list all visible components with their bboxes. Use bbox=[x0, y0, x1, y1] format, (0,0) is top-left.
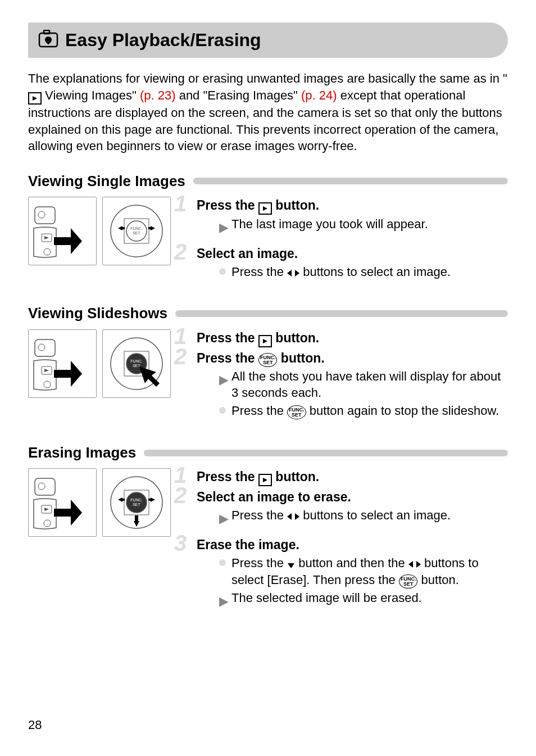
svg-marker-58 bbox=[134, 521, 139, 527]
result-marker-icon: ▶ bbox=[219, 372, 229, 388]
svg-text:SET: SET bbox=[133, 231, 140, 235]
step-body: ▶Press the buttons to select an image. bbox=[197, 507, 508, 524]
step-number: 2 bbox=[174, 484, 187, 506]
svg-point-44 bbox=[44, 520, 51, 527]
svg-rect-57 bbox=[148, 499, 152, 501]
page-title-bar: Easy Playback/Erasing bbox=[28, 22, 508, 58]
page-ref-link[interactable]: (p. 23) bbox=[140, 88, 176, 102]
action-item: Press the FUNC.SET button again to stop … bbox=[219, 402, 508, 419]
svg-marker-65 bbox=[416, 561, 421, 568]
step-body: ▶All the shots you have taken will displ… bbox=[197, 368, 508, 419]
step-body: Press the button and then the buttons to… bbox=[197, 555, 508, 606]
svg-marker-22 bbox=[287, 270, 292, 277]
svg-marker-61 bbox=[287, 513, 292, 520]
result-marker-icon: ▶ bbox=[219, 510, 229, 527]
page-ref-link[interactable]: (p. 24) bbox=[301, 88, 337, 102]
svg-marker-6 bbox=[44, 236, 49, 239]
steps-list: 1 Press the button. 2 Press the FUNC.SET… bbox=[178, 329, 508, 432]
step-title: Press the button. bbox=[197, 197, 508, 215]
control-wheel-diagram: FUNC. SET bbox=[102, 197, 171, 265]
section-body-erasing: FUNC. SET 1 Press the button. 2 bbox=[28, 468, 508, 618]
page-title: Easy Playback/Erasing bbox=[65, 28, 261, 52]
svg-marker-23 bbox=[295, 270, 299, 277]
playback-icon bbox=[28, 92, 42, 105]
intro-paragraph: The explanations for viewing or erasing … bbox=[28, 70, 508, 155]
svg-marker-63 bbox=[288, 563, 294, 568]
step-title: Erase the image. bbox=[197, 536, 508, 554]
svg-rect-19 bbox=[121, 227, 125, 229]
func-set-icon: FUNC.SET bbox=[287, 405, 306, 419]
svg-marker-60 bbox=[263, 478, 267, 482]
diagram-group: FUNC. SET bbox=[28, 468, 171, 537]
left-right-arrow-icon bbox=[287, 508, 299, 522]
step-number: 1 bbox=[174, 192, 187, 215]
step-number: 2 bbox=[174, 241, 187, 263]
svg-marker-21 bbox=[263, 206, 267, 211]
step: 2 Select an image. Press the buttons to … bbox=[178, 245, 508, 280]
easy-mode-icon bbox=[38, 30, 58, 51]
svg-text:SET: SET bbox=[133, 503, 140, 506]
svg-point-4 bbox=[38, 211, 45, 218]
result-item: ▶All the shots you have taken will displ… bbox=[219, 368, 508, 401]
svg-marker-2 bbox=[33, 96, 37, 101]
result-item: ▶Press the buttons to select an image. bbox=[219, 507, 508, 524]
steps-list: 1 Press the button. ▶The last image you … bbox=[178, 197, 508, 292]
section-body-single: FUNC. SET 1 Press the button. ▶The last … bbox=[28, 197, 508, 292]
camera-back-diagram bbox=[28, 329, 97, 398]
result-marker-icon: ▶ bbox=[219, 593, 229, 610]
section-heading-slideshows: Viewing Slideshows bbox=[28, 304, 508, 323]
svg-point-28 bbox=[44, 381, 51, 388]
section-heading-single: Viewing Single Images bbox=[28, 171, 508, 191]
svg-rect-20 bbox=[148, 227, 152, 229]
svg-text:FUNC.: FUNC. bbox=[130, 359, 142, 363]
svg-text:FUNC.: FUNC. bbox=[130, 498, 142, 502]
svg-marker-45 bbox=[54, 500, 82, 526]
svg-point-41 bbox=[38, 483, 45, 490]
svg-marker-39 bbox=[263, 339, 267, 343]
steps-list: 1 Press the button. 2 Select an image to… bbox=[178, 468, 508, 618]
step: 1 Press the button. ▶The last image you … bbox=[178, 197, 508, 233]
result-item: ▶The last image you took will appear. bbox=[219, 216, 508, 233]
diagram-group: FUNC. SET bbox=[28, 197, 171, 265]
diagram-group: FUNC. SET bbox=[28, 329, 171, 398]
svg-marker-64 bbox=[408, 561, 413, 568]
action-item: Press the buttons to select an image. bbox=[219, 264, 508, 280]
left-right-arrow-icon bbox=[287, 265, 299, 279]
step-title: Press the button. bbox=[197, 329, 508, 347]
svg-marker-43 bbox=[44, 508, 49, 511]
step-title: Press the FUNC.SET button. bbox=[197, 350, 508, 367]
intro-text: and "Erasing Images" bbox=[176, 88, 302, 102]
section-title: Erasing Images bbox=[28, 443, 136, 463]
left-right-arrow-icon bbox=[408, 556, 421, 570]
section-title: Viewing Single Images bbox=[28, 171, 185, 191]
step-number: 3 bbox=[174, 532, 187, 554]
control-wheel-diagram: FUNC. SET bbox=[102, 468, 171, 537]
svg-text:FUNC.: FUNC. bbox=[130, 227, 142, 230]
step-number: 2 bbox=[174, 345, 187, 368]
section-body-slideshows: FUNC. SET 1 Press the button. 2 Press th… bbox=[28, 329, 508, 432]
down-arrow-icon bbox=[287, 556, 295, 570]
svg-marker-38 bbox=[139, 366, 160, 387]
step: 3 Erase the image. Press the button and … bbox=[178, 536, 508, 606]
svg-marker-62 bbox=[295, 513, 299, 520]
section-heading-erasing: Erasing Images bbox=[28, 443, 508, 463]
step: 2 Select an image to erase. ▶Press the b… bbox=[178, 488, 508, 524]
step-title: Press the button. bbox=[197, 468, 508, 486]
section-title: Viewing Slideshows bbox=[28, 304, 167, 323]
step: 1 Press the button. bbox=[178, 329, 508, 347]
svg-point-25 bbox=[38, 344, 45, 351]
action-marker-icon bbox=[219, 268, 226, 275]
step-body: Press the buttons to select an image. bbox=[197, 264, 508, 280]
result-marker-icon: ▶ bbox=[219, 219, 229, 236]
svg-marker-29 bbox=[54, 361, 82, 387]
svg-point-7 bbox=[44, 248, 51, 255]
intro-text: The explanations for viewing or erasing … bbox=[28, 71, 507, 85]
section-rule bbox=[144, 450, 508, 456]
step: 1 Press the button. bbox=[178, 468, 508, 486]
svg-marker-27 bbox=[44, 369, 49, 372]
func-set-icon: FUNC.SET bbox=[399, 574, 418, 588]
action-marker-icon bbox=[219, 407, 226, 414]
playback-icon bbox=[258, 202, 272, 215]
step-body: ▶The last image you took will appear. bbox=[197, 216, 508, 233]
step: 2 Press the FUNC.SET button. ▶All the sh… bbox=[178, 350, 508, 419]
